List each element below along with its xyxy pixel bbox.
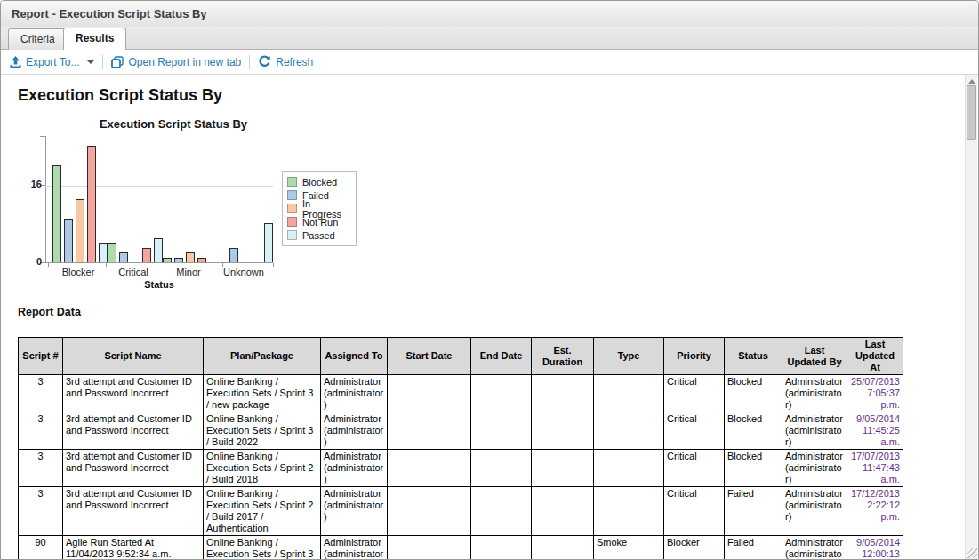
table-cell: 3 (19, 487, 63, 536)
table-cell: Smoke (594, 536, 664, 560)
column-header-script-: Script # (19, 338, 63, 375)
tab-strip: Criteria Results (1, 27, 978, 50)
legend-label: Not Run (302, 217, 338, 228)
bar-failed-critical (119, 252, 128, 262)
table-cell: 3 (19, 450, 63, 487)
bar-blocked-blocker (52, 165, 61, 262)
table-cell: 90 (19, 536, 63, 560)
column-header-script-name: Script Name (63, 338, 204, 375)
table-cell (532, 450, 594, 487)
table-cell: Online Banking / Execution Sets / Sprint… (204, 375, 321, 412)
table-cell: Critical (664, 450, 725, 487)
table-cell: Failed (725, 487, 782, 536)
table-cell: Administrator (administrator) (782, 412, 847, 450)
bar-blocked-critical (108, 243, 116, 262)
bar-blocked-minor (163, 258, 172, 262)
x-axis-title: Status (45, 279, 273, 290)
table-cell: 3 (19, 412, 63, 450)
bar-not-run-minor (197, 258, 206, 262)
not-run-swatch (287, 217, 297, 227)
table-cell: Blocked (725, 375, 782, 412)
y-axis (45, 136, 46, 262)
x-label-unknown: Unknown (216, 267, 271, 277)
table-cell (388, 487, 471, 536)
table-cell (388, 375, 471, 412)
open-report-new-tab-label: Open Report in new tab (128, 56, 241, 68)
table-cell: 25/07/2013 7:05:37 p.m. (847, 375, 903, 412)
export-button[interactable]: Export To... (10, 56, 94, 68)
refresh-icon (258, 55, 271, 68)
export-button-label: Export To... (26, 56, 79, 68)
column-header-est-duration: Est. Duration (532, 338, 594, 375)
column-header-plan-package: Plan/Package (204, 338, 321, 375)
resize-grip-icon[interactable] (967, 548, 977, 558)
table-cell: Blocked (725, 450, 782, 487)
bar-failed-blocker (64, 219, 73, 262)
table-cell (532, 375, 594, 412)
table-cell: Agile Run Started At 11/04/2013 9:52:34 … (63, 536, 204, 560)
vertical-scrollbar[interactable] (965, 75, 977, 560)
export-icon (10, 56, 21, 68)
bar-passed-unknown (264, 223, 273, 262)
table-cell: Critical (664, 487, 725, 536)
bar-passed-critical (154, 238, 163, 262)
table-row: 33rd attempt and Customer ID and Passwor… (19, 375, 903, 412)
chevron-down-icon (87, 60, 94, 64)
report-data-table: Script #Script NamePlan/PackageAssigned … (18, 337, 903, 560)
table-cell: Administrator (administrator) (321, 487, 388, 536)
bar-in-progress-blocker (76, 199, 84, 262)
table-cell: Administrator (administrator) (321, 450, 388, 487)
table-cell: Critical (664, 375, 725, 412)
table-cell (594, 487, 664, 536)
column-header-assigned-to: Assigned To (321, 338, 388, 375)
copy-new-tab-icon (111, 56, 124, 68)
chart-title: Execution Script Status By (58, 117, 289, 131)
refresh-button[interactable]: Refresh (258, 55, 313, 68)
report-window: Report - Execution Script Status By Crit… (0, 0, 979, 560)
column-header-last-updated-at: Last Updated At (847, 338, 903, 375)
table-cell (388, 412, 471, 450)
table-cell: 3rd attempt and Customer ID and Password… (63, 450, 204, 487)
table-row: 33rd attempt and Customer ID and Passwor… (19, 412, 903, 450)
table-cell: 3rd attempt and Customer ID and Password… (63, 412, 204, 450)
chart-legend: BlockedFailedIn ProgressNot RunPassed (282, 171, 357, 246)
table-cell: 3rd attempt and Customer ID and Password… (63, 375, 204, 412)
column-header-priority: Priority (664, 338, 725, 375)
x-label-minor: Minor (161, 267, 216, 277)
table-cell: Administrator (administrator) (321, 536, 388, 560)
legend-label: Passed (302, 230, 335, 241)
table-cell (471, 375, 532, 412)
legend-item-passed: Passed (287, 228, 351, 242)
toolbar-separator (249, 55, 250, 69)
table-cell: Online Banking / Execution Sets / Sprint… (204, 412, 321, 450)
scroll-up-icon[interactable] (968, 79, 975, 84)
tab-results-label: Results (76, 32, 114, 44)
open-report-new-tab-button[interactable]: Open Report in new tab (111, 56, 241, 68)
page-title: Execution Script Status By (18, 86, 222, 105)
table-cell: Critical (664, 412, 725, 450)
window-title: Report - Execution Script Status By (12, 7, 207, 20)
x-tick (48, 263, 49, 267)
table-cell (532, 487, 594, 536)
bar-passed-blocker (99, 243, 108, 262)
table-cell (594, 412, 664, 450)
scrollbar-thumb[interactable] (967, 85, 976, 140)
column-header-end-date: End Date (471, 338, 532, 375)
table-cell: Online Banking / Execution Sets / Sprint… (204, 487, 321, 536)
tab-results[interactable]: Results (63, 28, 126, 50)
tab-criteria[interactable]: Criteria (8, 28, 68, 50)
column-header-last-updated-by: Last Updated By (782, 338, 847, 375)
table-cell: 17/07/2013 11:47:43 a.m. (847, 450, 903, 487)
y-tick-label: 0 (20, 256, 42, 267)
legend-item-blocked: Blocked (287, 175, 351, 188)
column-header-type: Type (594, 338, 664, 375)
y-tick-label: 16 (20, 179, 42, 189)
table-cell: Administrator (administrator) (782, 450, 847, 487)
report-data-heading: Report Data (18, 306, 81, 318)
table-cell: Online Banking / Execution Sets / Sprint… (204, 450, 321, 487)
x-label-blocker: Blocker (51, 267, 106, 277)
table-cell: Blocker (664, 536, 725, 560)
x-tick (273, 263, 274, 267)
gridline-16 (45, 186, 273, 187)
bar-failed-unknown (229, 248, 238, 262)
